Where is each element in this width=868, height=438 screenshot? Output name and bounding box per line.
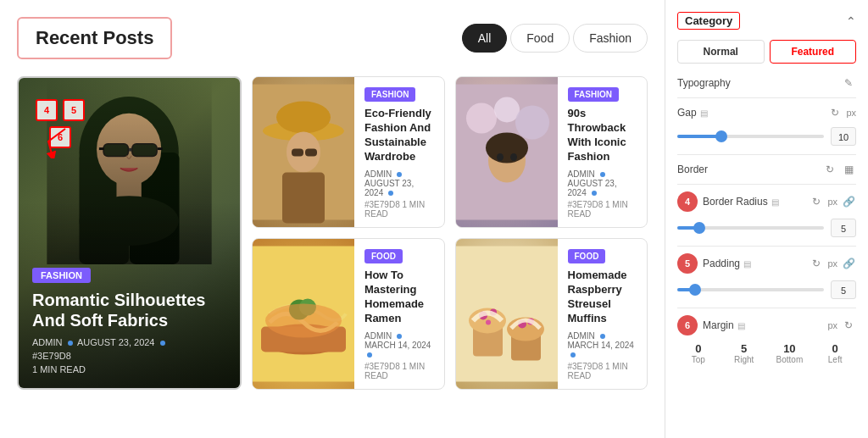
border-reset-btn[interactable]: ↻ [822,162,837,177]
gap-responsive-icon: ▤ [700,108,708,118]
svg-rect-35 [456,247,558,382]
padding-reset-btn[interactable]: ↻ [809,256,824,271]
collapse-icon[interactable]: ⌃ [846,14,856,28]
typography-controls: ✎ [841,75,856,91]
divider-1 [677,97,856,98]
padding-link-btn[interactable]: 🔗 [841,256,856,271]
muffins-hash: #3E79D8 1 MIN READ [568,362,637,380]
muffins-title: Homemade Raspberry Streusel Muffins [568,269,637,326]
divider-5 [677,308,856,308]
section-title: Recent Posts [17,17,172,59]
indicator-4: 4 [36,99,58,121]
border-radius-row: Border Radius ▤ ↻ px 🔗 [703,194,856,209]
padding-slider-thumb[interactable] [689,284,701,296]
featured-overlay: FASHION Romantic Silhouettes And Soft Fa… [19,253,240,388]
margin-right-value: 5 [723,342,765,355]
throwback-image [456,77,558,227]
margin-right-cell: 5 Right [723,342,765,364]
margin-left-value: 0 [814,342,856,355]
border-radius-value[interactable]: 5 [831,219,856,237]
gap-row: Gap ▤ ↻ px [677,105,856,120]
margin-bottom-value: 10 [769,342,811,355]
border-label: Border [677,164,708,175]
svg-rect-19 [305,149,317,157]
filter-fashion-button[interactable]: Fashion [573,24,648,53]
border-grid-btn[interactable]: ▦ [841,162,856,177]
border-radius-unit: px [827,197,837,207]
padding-unit: px [827,258,837,269]
gap-value[interactable]: 10 [831,127,856,146]
post-card-muffins: FOOD Homemade Raspberry Streusel Muffins… [455,238,648,390]
muffins-illustration [456,239,558,389]
ramen-illustration [253,239,354,389]
muffins-content: FOOD Homemade Raspberry Streusel Muffins… [558,239,648,389]
margin-top-cell: 0 Top [677,342,720,364]
margin-unit: px [827,320,837,330]
margin-left-cell: 0 Left [814,342,856,364]
gap-reset-btn[interactable]: ↻ [827,105,843,120]
border-radius-slider-track[interactable] [677,226,824,230]
padding-label: Padding ▤ [703,258,751,269]
margin-responsive-icon: ▤ [737,321,745,330]
throwback-illustration [456,77,558,227]
gap-label: Gap ▤ [677,107,708,119]
border-controls: ↻ ▦ [822,162,856,177]
svg-point-23 [494,97,520,123]
tab-normal[interactable]: Normal [677,40,765,64]
border-radius-link-btn[interactable]: 🔗 [841,194,856,209]
indicator-5: 5 [63,99,85,121]
featured-hash: #3E79D8 [32,351,226,361]
post-card-eco-fashion: FASHION Eco-Friendly Fashion And Sustain… [252,76,445,228]
filter-all-button[interactable]: All [462,24,508,53]
typography-row: Typography ✎ [677,75,856,91]
eco-fashion-hash: #3E79D8 1 MIN READ [364,200,434,219]
margin-bottom-label: Bottom [769,355,811,364]
padding-responsive-icon: ▤ [743,259,751,269]
featured-post-title: Romantic Silhouettes And Soft Fabrics [32,290,226,330]
main-content: Recent Posts All Food Fashion [0,0,665,438]
indicator-group: 4 5 6 [36,99,85,148]
throwback-title: 90s Throwback With Iconic Fashion [568,107,637,164]
featured-read-time: 1 MIN READ [32,364,226,374]
gap-slider-track[interactable] [677,135,824,138]
border-row: Border ↻ ▦ [677,162,856,177]
featured-post-card: 4 5 6 [17,76,242,390]
tab-featured[interactable]: Featured [770,40,857,64]
indicator-badge-5: 5 [677,253,698,274]
border-radius-slider-thumb[interactable] [693,222,705,234]
padding-row: Padding ▤ ↻ px 🔗 [703,256,856,271]
eco-fashion-illustration [253,77,354,227]
muffins-meta: ADMIN MARCH 14, 2024 [568,331,637,359]
margin-container: 6 Margin ▤ px ↻ [677,315,856,335]
indicator-badge-4: 4 [677,191,698,212]
filter-food-button[interactable]: Food [510,24,570,53]
gap-slider-thumb[interactable] [715,130,727,142]
svg-point-34 [265,304,342,338]
eco-fashion-badge: FASHION [364,87,415,102]
margin-link-btn[interactable]: ↻ [841,318,856,333]
svg-point-12 [79,196,178,246]
margin-row: Margin ▤ px ↻ [703,318,856,333]
margin-top-label: Top [677,355,720,364]
border-radius-reset-btn[interactable]: ↻ [809,194,824,209]
svg-point-24 [515,106,549,140]
svg-point-40 [486,320,491,325]
typography-edit-btn[interactable]: ✎ [841,75,856,91]
ramen-badge: FOOD [364,249,403,263]
padding-slider-row: 5 [677,280,856,299]
posts-grid: 4 5 6 [17,76,648,390]
border-radius-slider-row: 5 [677,219,856,237]
gap-slider-row: 10 [677,127,856,146]
divider-2 [677,154,856,155]
border-radius-controls: ↻ px 🔗 [809,194,856,209]
eco-fashion-content: FASHION Eco-Friendly Fashion And Sustain… [354,77,444,227]
padding-slider-track[interactable] [677,288,824,291]
panel-section-title: Category [677,12,740,30]
margin-top-value: 0 [677,342,720,355]
right-panel: Category ⌃ Normal Featured Typography ✎ … [665,0,868,438]
padding-value[interactable]: 5 [831,280,856,299]
gap-unit: px [846,108,856,118]
muffins-image [456,239,558,389]
svg-point-28 [510,153,517,161]
throwback-hash: #3E79D8 1 MIN READ [568,200,637,219]
